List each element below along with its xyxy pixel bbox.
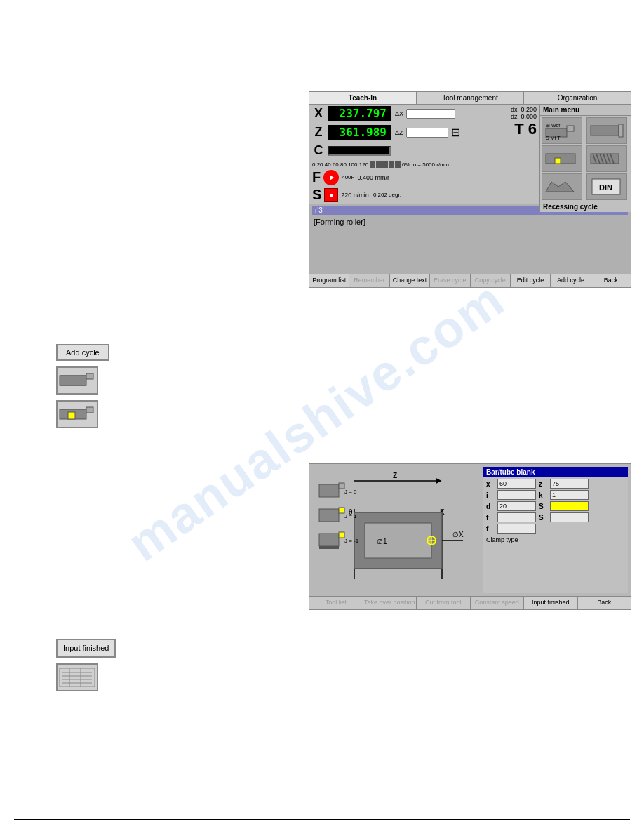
menu-btn-contour[interactable] bbox=[542, 173, 582, 200]
program-text: [Forming roller] bbox=[312, 216, 628, 227]
bottom-toolbar-tool-list[interactable]: Tool list bbox=[309, 597, 363, 609]
k-param-input[interactable] bbox=[550, 490, 589, 500]
feed-value: 0.400 mm/r bbox=[357, 174, 389, 181]
s-param-input[interactable] bbox=[550, 501, 589, 511]
feed-sub: 400F bbox=[342, 174, 354, 180]
toolbar-copy-cycle[interactable]: Copy cycle bbox=[471, 274, 511, 287]
svg-text:J = 0: J = 0 bbox=[344, 489, 357, 495]
param-row-ds: d S bbox=[486, 501, 625, 511]
z-icon: ⊟ bbox=[451, 126, 460, 139]
s-param-label: S bbox=[539, 503, 550, 510]
s2-param-label: S bbox=[539, 514, 550, 522]
clamp-type-label: Clamp type bbox=[483, 535, 628, 545]
menu-btn-thread[interactable] bbox=[586, 145, 627, 172]
c-input[interactable] bbox=[328, 146, 391, 156]
x-param-input[interactable] bbox=[497, 479, 536, 489]
z-param-label: z bbox=[539, 480, 550, 488]
toolbar-back[interactable]: Back bbox=[591, 274, 631, 287]
param-title: Bar/tube blank bbox=[483, 467, 628, 477]
param-row-fs: f S bbox=[486, 512, 625, 522]
param-row-f2: f bbox=[486, 524, 625, 534]
main-menu-panel: Main menu ⊞ Wof S Mt T bbox=[539, 105, 631, 212]
svg-text:J = 1: J = 1 bbox=[344, 513, 357, 519]
feed-label: F bbox=[312, 169, 321, 185]
svg-rect-24 bbox=[68, 412, 75, 419]
f-param-label: f bbox=[486, 514, 497, 522]
s-label: S bbox=[312, 187, 321, 203]
input-finished-area: Input finished bbox=[56, 639, 116, 697]
delta-z-input[interactable] bbox=[406, 128, 448, 138]
drawing-area: Z θ K ∅1 ∅X J = 0 bbox=[309, 464, 631, 596]
svg-text:Z: Z bbox=[393, 472, 397, 479]
svg-text:J = -1: J = -1 bbox=[344, 538, 359, 544]
menu-btn-facing[interactable] bbox=[586, 117, 627, 144]
s-progress-label: 0 20 40 60 80 100 120 bbox=[312, 161, 368, 168]
svg-rect-50 bbox=[60, 668, 95, 687]
menu-btn-turning[interactable]: ⊞ Wof S Mt T bbox=[542, 117, 582, 144]
tab-teach-in[interactable]: Teach-In bbox=[309, 92, 417, 104]
add-cycle-button[interactable]: Add cycle bbox=[56, 344, 109, 361]
svg-rect-6 bbox=[591, 126, 619, 135]
left-icon-btn-1[interactable] bbox=[56, 366, 98, 395]
z-param-input[interactable] bbox=[550, 479, 589, 489]
s2-param-input[interactable] bbox=[550, 512, 589, 522]
top-panel-toolbar: Program list Remember Change text Erase … bbox=[309, 274, 631, 287]
bottom-line bbox=[14, 819, 630, 820]
delta-x-input[interactable] bbox=[406, 109, 455, 119]
svg-text:S Mt T: S Mt T bbox=[546, 135, 561, 140]
bottom-toolbar-cut-from[interactable]: Cut from tool bbox=[417, 597, 471, 609]
x-value: 237.797 bbox=[328, 106, 391, 121]
svg-text:⊞ Wof: ⊞ Wof bbox=[546, 123, 560, 128]
speed-pct: 0% bbox=[402, 161, 410, 168]
menu-btn-grooving[interactable] bbox=[542, 145, 582, 172]
f2-param-input[interactable] bbox=[497, 524, 536, 534]
bottom-toolbar-take-over[interactable]: Take over position bbox=[363, 597, 417, 609]
toolbar-erase-cycle[interactable]: Erase cycle bbox=[430, 274, 470, 287]
bottom-toolbar-constant-speed[interactable]: Constant speed bbox=[471, 597, 525, 609]
input-finished-button[interactable]: Input finished bbox=[56, 639, 116, 658]
s-stop-button[interactable]: ■ bbox=[324, 188, 338, 202]
toolbar-add-cycle[interactable]: Add cycle bbox=[551, 274, 591, 287]
diagram-container: Z θ K ∅1 ∅X J = 0 bbox=[312, 467, 481, 593]
svg-text:DIN: DIN bbox=[599, 183, 612, 192]
k-param-label: k bbox=[539, 491, 550, 499]
tab-organization[interactable]: Organization bbox=[524, 92, 631, 104]
tab-tool-management[interactable]: Tool management bbox=[417, 92, 524, 104]
f2-param-label: f bbox=[486, 525, 497, 533]
svg-rect-45 bbox=[319, 546, 339, 549]
toolbar-program-list[interactable]: Program list bbox=[309, 274, 349, 287]
menu-btn-din[interactable]: DIN bbox=[586, 173, 627, 200]
bottom-toolbar-input-finished[interactable]: Input finished bbox=[524, 597, 578, 609]
svg-rect-3 bbox=[567, 126, 574, 131]
svg-rect-33 bbox=[365, 523, 431, 558]
feed-icon bbox=[323, 170, 339, 185]
delta-x-label: ΔX bbox=[395, 110, 403, 117]
param-panel: Bar/tube blank x z i k d S bbox=[483, 467, 628, 593]
finished-icon-btn[interactable] bbox=[56, 663, 98, 691]
toolbar-remember[interactable]: Remember bbox=[349, 274, 389, 287]
toolbar-change-text[interactable]: Change text bbox=[390, 274, 430, 287]
bottom-panel-toolbar: Tool list Take over position Cut from to… bbox=[309, 596, 631, 609]
i-param-input[interactable] bbox=[497, 490, 536, 500]
z-label: Z bbox=[312, 125, 325, 140]
d-param-input[interactable] bbox=[497, 501, 536, 511]
f-param-input[interactable] bbox=[497, 512, 536, 522]
program-area: r'3' [Forming roller] bbox=[309, 204, 631, 274]
svg-rect-9 bbox=[555, 158, 561, 164]
bottom-toolbar-back[interactable]: Back bbox=[578, 597, 631, 609]
tab-bar: Teach-In Tool management Organization bbox=[309, 92, 631, 105]
left-buttons-area: Add cycle bbox=[56, 344, 109, 434]
d-param-label: d bbox=[486, 503, 497, 510]
svg-rect-19 bbox=[60, 376, 86, 385]
bottom-cnc-panel: Z θ K ∅1 ∅X J = 0 bbox=[309, 463, 631, 610]
left-icon-btn-2[interactable] bbox=[56, 400, 98, 428]
speed-deg: 0.262 degr. bbox=[373, 192, 401, 198]
svg-rect-43 bbox=[319, 534, 339, 546]
spindle-max: n = 5000 r/min bbox=[413, 161, 449, 168]
x-param-label: x bbox=[486, 480, 497, 488]
param-row-ik: i k bbox=[486, 490, 625, 500]
tool-display: T 6 bbox=[514, 120, 537, 138]
toolbar-edit-cycle[interactable]: Edit cycle bbox=[511, 274, 551, 287]
svg-rect-25 bbox=[86, 407, 93, 413]
svg-rect-44 bbox=[339, 532, 344, 538]
